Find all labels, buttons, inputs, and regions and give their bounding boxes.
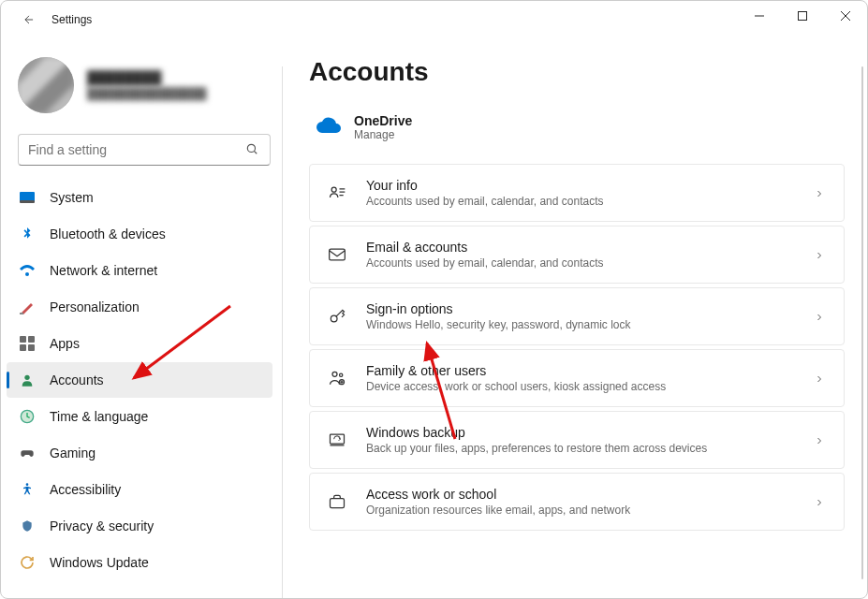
card-email-accounts[interactable]: Email & accounts Accounts used by email,… (309, 226, 845, 284)
svg-rect-9 (20, 313, 23, 314)
search-icon (245, 142, 260, 157)
card-subtitle: Organization resources like email, apps,… (366, 504, 795, 517)
bluetooth-icon (20, 226, 35, 241)
sidebar-item-label: Bluetooth & devices (50, 226, 166, 241)
chevron-right-icon (814, 248, 827, 261)
card-family-users[interactable]: Family & other users Device access, work… (309, 349, 845, 407)
svg-rect-12 (20, 344, 26, 351)
titlebar: Settings (1, 1, 867, 38)
apps-icon (20, 336, 35, 351)
chevron-right-icon (814, 495, 827, 508)
sidebar-item-accounts[interactable]: Accounts (7, 362, 272, 398)
svg-rect-13 (28, 344, 35, 351)
sidebar-item-label: Gaming (50, 446, 96, 460)
card-title: Email & accounts (366, 240, 795, 255)
sidebar-item-label: Accessibility (50, 482, 121, 497)
card-subtitle: Windows Hello, security key, password, d… (366, 318, 795, 331)
system-icon (20, 190, 35, 205)
card-title: Windows backup (366, 425, 795, 440)
sidebar: ████████ ███████████████ System Bluetoot… (1, 38, 282, 598)
sidebar-item-privacy[interactable]: Privacy & security (7, 508, 272, 544)
chevron-right-icon (814, 372, 827, 385)
card-title: Family & other users (366, 363, 795, 378)
chevron-right-icon (814, 310, 827, 323)
svg-point-23 (332, 372, 337, 376)
sidebar-item-network[interactable]: Network & internet (7, 253, 272, 288)
sidebar-item-label: Privacy & security (50, 519, 154, 533)
sidebar-item-update[interactable]: Windows Update (7, 545, 272, 580)
svg-rect-21 (330, 249, 346, 260)
card-title: Your info (366, 178, 795, 193)
scrollbar[interactable] (861, 66, 863, 579)
svg-rect-10 (20, 336, 26, 343)
privacy-icon (20, 519, 35, 533)
sidebar-item-system[interactable]: System (7, 180, 272, 215)
svg-point-14 (24, 375, 29, 380)
sidebar-item-personalization[interactable]: Personalization (7, 289, 272, 325)
sidebar-item-time[interactable]: Time & language (7, 399, 272, 434)
svg-point-16 (26, 483, 29, 486)
sidebar-item-gaming[interactable]: Gaming (7, 435, 272, 471)
card-subtitle: Accounts used by email, calendar, and co… (366, 195, 795, 208)
sidebar-item-label: System (50, 190, 94, 205)
svg-rect-1 (799, 12, 807, 21)
maximize-button[interactable] (781, 1, 824, 31)
sidebar-item-label: Network & internet (50, 263, 157, 278)
card-subtitle: Accounts used by email, calendar, and co… (366, 256, 795, 270)
svg-point-24 (340, 373, 343, 376)
work-icon (327, 491, 347, 512)
time-icon (20, 409, 35, 424)
card-your-info[interactable]: Your info Accounts used by email, calend… (309, 164, 845, 222)
sidebar-item-apps[interactable]: Apps (7, 326, 272, 361)
profile-name: ████████ (87, 70, 207, 85)
sidebar-item-bluetooth[interactable]: Bluetooth & devices (7, 216, 272, 252)
nav-list: System Bluetooth & devices Network & int… (7, 179, 282, 591)
minimize-button[interactable] (738, 1, 781, 31)
sidebar-item-label: Apps (50, 336, 80, 351)
svg-rect-30 (331, 499, 345, 508)
svg-rect-11 (28, 336, 35, 343)
back-button[interactable] (18, 8, 40, 31)
main-panel: Accounts OneDrive Manage Your info Accou… (283, 38, 867, 598)
card-work-school[interactable]: Access work or school Organization resou… (309, 473, 845, 531)
card-title: Access work or school (366, 487, 795, 502)
svg-line-5 (254, 151, 257, 153)
onedrive-subtitle: Manage (354, 128, 412, 141)
personalization-icon (20, 300, 35, 314)
chevron-right-icon (814, 433, 827, 446)
card-windows-backup[interactable]: Windows backup Back up your files, apps,… (309, 411, 845, 469)
sidebar-item-label: Time & language (50, 409, 148, 424)
gaming-icon (20, 446, 35, 460)
accessibility-icon (20, 482, 35, 497)
profile-section[interactable]: ████████ ███████████████ (7, 46, 282, 130)
avatar (18, 57, 74, 113)
chevron-right-icon (814, 186, 827, 199)
backup-icon (327, 430, 347, 450)
sidebar-item-label: Accounts (50, 373, 104, 387)
svg-rect-7 (20, 200, 35, 203)
key-icon (327, 306, 347, 327)
sidebar-item-label: Personalization (50, 300, 140, 314)
onedrive-icon (316, 116, 339, 139)
svg-point-4 (247, 144, 255, 152)
svg-point-17 (331, 187, 336, 192)
your-info-icon (327, 183, 347, 203)
card-sign-in-options[interactable]: Sign-in options Windows Hello, security … (309, 287, 845, 345)
profile-email: ███████████████ (87, 87, 207, 100)
close-button[interactable] (824, 1, 867, 31)
card-subtitle: Back up your files, apps, preferences to… (366, 442, 795, 455)
email-icon (327, 244, 347, 265)
accounts-icon (20, 373, 35, 387)
network-icon (20, 263, 35, 278)
search-box[interactable] (18, 134, 271, 166)
search-input[interactable] (28, 142, 245, 157)
sidebar-item-accessibility[interactable]: Accessibility (7, 472, 272, 507)
onedrive-row[interactable]: OneDrive Manage (309, 110, 845, 164)
svg-point-8 (25, 272, 29, 276)
window-controls (738, 1, 867, 31)
window-title: Settings (51, 13, 92, 26)
page-title: Accounts (309, 57, 845, 87)
family-icon (327, 368, 347, 388)
card-subtitle: Device access, work or school users, kio… (366, 380, 795, 393)
sidebar-item-label: Windows Update (50, 555, 149, 570)
